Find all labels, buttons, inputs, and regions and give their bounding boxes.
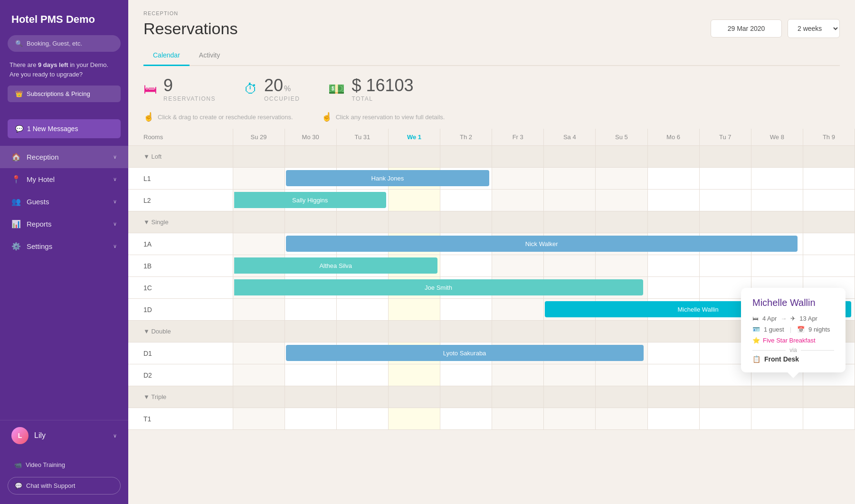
room-name-cell: T1 [128, 408, 233, 430]
sidebar-item-my-hotel-label: My Hotel [27, 175, 55, 183]
total-label: TOTAL [352, 95, 413, 102]
reservation-bar[interactable]: Joe Smith [234, 279, 643, 295]
date-picker-button[interactable]: 29 Mar 2020 [711, 19, 782, 38]
sidebar-item-my-hotel[interactable]: 📍 My Hotel ∨ [0, 168, 128, 190]
drag-hint-text: Click & drag to create or reschedule res… [158, 114, 293, 121]
messages-label: 1 New Messages [27, 125, 78, 133]
main-content: RECEPTION Reservations 29 Mar 2020 1 wee… [128, 0, 855, 504]
search-bar[interactable]: 🔍 Booking, Guest, etc. [8, 35, 121, 52]
calendar-table: Rooms Su 29 Mo 30 Tu 31 We 1 Th 2 Fr 3 S… [128, 129, 855, 430]
room-name-cell: 1C [128, 277, 233, 299]
tooltip-checkout: 13 Apr [799, 315, 817, 322]
sidebar-bottom: 📹 Video Training 💬 Chat with Support [0, 451, 128, 504]
col-tu31: Tu 31 [336, 129, 388, 146]
chevron-down-icon-reports: ∨ [113, 221, 117, 227]
messages-button[interactable]: 💬 1 New Messages [8, 119, 121, 138]
calendar-icon: 📅 [797, 326, 805, 333]
col-su5: Su 5 [596, 129, 647, 146]
app-logo: Hotel PMS Demo [0, 0, 128, 35]
timer-icon: ⏱ [244, 81, 257, 97]
sidebar-item-reception-label: Reception [27, 153, 59, 161]
reservation-bar[interactable]: Nick Walker [286, 236, 798, 252]
col-th9: Th 9 [803, 129, 855, 146]
reports-icon: 📊 [11, 219, 21, 228]
reservations-label: RESERVATIONS [163, 95, 216, 102]
col-sa4: Sa 4 [544, 129, 596, 146]
reservation-tooltip: Michelle Wallin 🛏 4 Apr → ✈ 13 Apr 🪪 1 g… [741, 288, 846, 372]
video-training-button[interactable]: 📹 Video Training [8, 456, 121, 473]
settings-icon: ⚙️ [11, 242, 21, 251]
chat-icon: 💬 [15, 482, 22, 489]
stats-row: 🛏 9 RESERVATIONS ⏱ 20% OCCUPIED 💵 $ 1610… [128, 66, 855, 112]
stat-reservations: 🛏 9 RESERVATIONS [143, 76, 216, 102]
room-name-cell: D2 [128, 364, 233, 386]
group-header-cell: ▼ Double [128, 321, 233, 342]
chevron-down-icon-user: ∨ [113, 433, 117, 439]
chat-support-button[interactable]: 💬 Chat with Support [8, 477, 121, 494]
sidebar-item-reception[interactable]: 🏠 Reception ∨ [0, 146, 128, 168]
sidebar-item-guests[interactable]: 👥 Guests ∨ [0, 190, 128, 213]
search-icon: 🔍 [15, 40, 23, 47]
reservation-bar[interactable]: Lyoto Sakuraba [286, 345, 644, 361]
message-icon: 💬 [15, 125, 23, 133]
reservation-bar[interactable]: Althea Silva [234, 257, 438, 274]
breadcrumb: RECEPTION [143, 10, 840, 16]
tooltip-guest-name: Michelle Wallin [752, 297, 834, 308]
occupied-label: OCCUPIED [264, 95, 300, 102]
click-hint-text: Click any reservation to view full detai… [336, 114, 445, 121]
col-fr3: Fr 3 [492, 129, 544, 146]
room-name-cell: D1 [128, 342, 233, 364]
user-name: Lily [34, 431, 46, 440]
tooltip-nights: 9 nights [808, 326, 830, 333]
tooltip-checkin: 4 Apr [762, 315, 777, 322]
room-name-cell: L2 [128, 190, 233, 211]
tabs: Calendar Activity [143, 47, 840, 66]
tooltip-guests: 1 guest [764, 326, 784, 333]
hints-row: ☝ Click & drag to create or reschedule r… [128, 112, 855, 129]
bed-icon: 🛏 [143, 81, 157, 97]
sidebar-item-guests-label: Guests [27, 198, 49, 206]
video-training-label: Video Training [26, 461, 65, 468]
tooltip-package: ⭐ Five Star Breakfast [752, 337, 834, 344]
tooltip-source: 📋 Front Desk [752, 355, 834, 363]
user-profile[interactable]: L Lily ∨ [0, 420, 128, 451]
tab-calendar[interactable]: Calendar [143, 47, 190, 66]
reservation-bar[interactable]: Hank Jones [286, 170, 490, 186]
chevron-down-icon-hotel: ∨ [113, 176, 117, 182]
col-su29: Su 29 [233, 129, 285, 146]
upgrade-button[interactable]: 👑 Subscriptions & Pricing [8, 86, 121, 102]
video-icon: 📹 [14, 461, 22, 468]
calendar-container[interactable]: Rooms Su 29 Mo 30 Tu 31 We 1 Th 2 Fr 3 S… [128, 129, 855, 504]
arrow-right-icon: → [780, 315, 787, 322]
rooms-col-header: Rooms [128, 129, 233, 146]
sidebar-item-settings[interactable]: ⚙️ Settings ∨ [0, 235, 128, 257]
col-th2: Th 2 [440, 129, 492, 146]
demo-message: There are 9 days left in your Demo. Are … [0, 60, 128, 86]
page-title: Reservations [143, 19, 238, 38]
page-header: RECEPTION Reservations 29 Mar 2020 1 wee… [128, 0, 855, 66]
plane-icon: ✈ [790, 315, 796, 322]
col-mo6: Mo 6 [647, 129, 699, 146]
avatar: L [11, 427, 28, 444]
col-we8: We 8 [751, 129, 803, 146]
star-icon: ⭐ [752, 337, 760, 344]
main-nav: 🏠 Reception ∨ 📍 My Hotel ∨ 👥 Guests ∨ 📊 … [0, 142, 128, 420]
stat-occupied: ⏱ 20% OCCUPIED [244, 76, 300, 102]
period-select[interactable]: 1 week 2 weeks 3 weeks 1 month [788, 19, 840, 38]
id-card-icon: 🪪 [752, 326, 760, 333]
chevron-down-icon-guests: ∨ [113, 199, 117, 205]
click-hint-icon: ☝ [322, 112, 332, 122]
reservation-bar[interactable]: Sally Higgins [234, 192, 386, 208]
sidebar-item-reports[interactable]: 📊 Reports ∨ [0, 213, 128, 235]
tab-activity[interactable]: Activity [190, 47, 229, 66]
tooltip-guests-nights: 🪪 1 guest | 📅 9 nights [752, 326, 834, 333]
occupied-number: 20% [264, 76, 300, 95]
tooltip-via: via [752, 347, 834, 353]
crown-icon: 👑 [15, 90, 23, 97]
chevron-down-icon: ∨ [113, 154, 117, 160]
sidebar: Hotel PMS Demo 🔍 Booking, Guest, etc. Th… [0, 0, 128, 504]
header-controls: 29 Mar 2020 1 week 2 weeks 3 weeks 1 mon… [711, 19, 840, 38]
reservations-number: 9 [163, 76, 216, 95]
list-icon: 📋 [752, 355, 760, 363]
group-header-cell: ▼ Triple [128, 386, 233, 408]
